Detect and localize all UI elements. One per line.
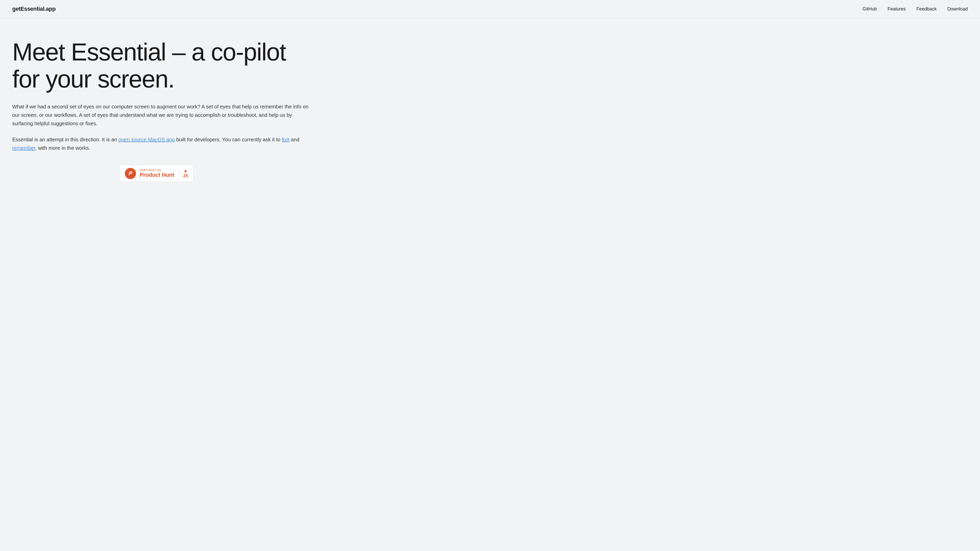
product-hunt-badge[interactable]: P FEATURED ON Product Hunt ▲ 25 [119,165,193,182]
description2-middle: built for developers. You can currently … [175,137,282,142]
site-logo[interactable]: getEssential.app [12,6,56,12]
hero-description-2: Essential is an attempt in this directio… [12,135,313,152]
description2-prefix: Essential is an attempt in this directio… [12,137,118,142]
nav-download[interactable]: Download [947,6,968,12]
main-nav: GitHub Features Feedback Download [862,6,968,12]
upvote-arrow-icon: ▲ [183,168,188,173]
nav-features[interactable]: Features [888,6,906,12]
product-hunt-featured-label: FEATURED ON [140,168,174,171]
product-hunt-name: Product Hunt [140,171,174,178]
description2-and: and [290,137,299,142]
nav-github[interactable]: GitHub [862,6,877,12]
fixit-link[interactable]: fixit [282,137,290,142]
hero-description-1: What if we had a second set of eyes on o… [12,103,313,128]
description2-suffix: , with more in the works. [35,145,90,151]
remember-link[interactable]: remember [12,145,35,151]
main-content: Meet Essential – a co-pilot for your scr… [0,18,357,197]
product-hunt-text: FEATURED ON Product Hunt [140,168,174,178]
open-source-link[interactable]: open source MacOS app [118,137,175,142]
product-hunt-icon: P [125,168,136,179]
site-header: getEssential.app GitHub Features Feedbac… [0,0,980,18]
nav-feedback[interactable]: Feedback [916,6,937,12]
hero-title: Meet Essential – a co-pilot for your scr… [12,38,318,92]
vote-count: 25 [183,173,188,179]
product-hunt-votes: ▲ 25 [179,168,188,179]
